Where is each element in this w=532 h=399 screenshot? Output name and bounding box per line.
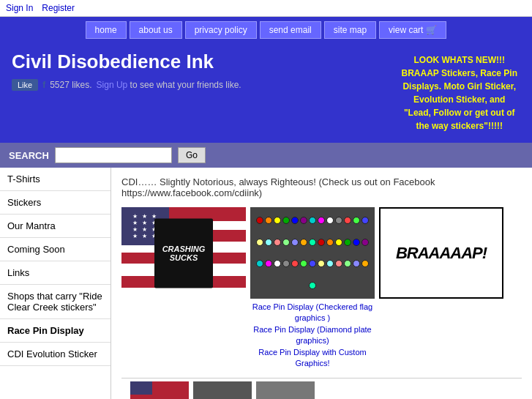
news-box: LOOK WHATS NEW!!! BRAAAP Stickers, Race …	[398, 51, 520, 135]
likes-count: 5527 likes.	[50, 80, 91, 90]
pin-display-image	[250, 207, 375, 299]
pin-dot	[344, 239, 351, 246]
braap-label: BRAAAAAP!	[396, 244, 487, 263]
like-button[interactable]: Like	[12, 79, 38, 91]
signup-link[interactable]: Sign Up	[97, 80, 128, 90]
header: Civil Disobedience Ink Like f 5527 likes…	[0, 43, 532, 143]
pin-dot	[361, 217, 369, 224]
pin-dot	[282, 239, 290, 246]
site-title: Civil Disobedience Ink	[12, 51, 241, 73]
pin-dot	[274, 217, 281, 224]
search-bar: SEARCH Go	[0, 143, 532, 168]
pin-dot	[291, 239, 299, 246]
pin-dot	[353, 239, 360, 246]
nav-sitemap[interactable]: site map	[324, 21, 376, 39]
pin-dot	[265, 260, 272, 267]
sidebar-item-shops[interactable]: Shops that carry "Ride Clear Creek stick…	[0, 285, 110, 319]
pin-dot	[318, 217, 325, 224]
pin-dot	[326, 260, 334, 267]
nav-privacy[interactable]: privacy policy	[185, 21, 257, 39]
pin-dot	[291, 217, 299, 224]
pin-dot	[309, 282, 316, 289]
pin-dot	[309, 260, 316, 267]
pin-display-caption: Race Pin Display (Checkered flag graphic…	[250, 302, 375, 369]
pin-dot	[309, 239, 316, 246]
cart-icon: 🛒	[426, 25, 437, 35]
pin-dot	[256, 260, 263, 267]
pin-dot	[300, 260, 307, 267]
top-bar: Sign In Register	[0, 0, 532, 17]
tshirt-text: CRASHINGSUCKS	[162, 245, 206, 262]
bottom-thumb-1	[130, 381, 189, 399]
pin-dot	[274, 239, 281, 246]
nav-cart[interactable]: view cart 🛒	[379, 21, 446, 39]
sidebar-item-tshirts[interactable]: T-Shirts	[0, 168, 110, 191]
braap-image: BRAAAAAP!	[379, 207, 503, 299]
pin-dot	[300, 239, 307, 246]
nav-home[interactable]: home	[86, 21, 127, 39]
search-input[interactable]	[55, 147, 172, 163]
sidebar-item-links[interactable]: Links	[0, 261, 110, 285]
pin-dot	[291, 260, 299, 267]
fb-icon: f	[42, 80, 45, 90]
nav-email[interactable]: send email	[260, 21, 321, 39]
bottom-thumb-3	[256, 381, 315, 399]
content-area: CDI…… Slightly Notorious, always Righteo…	[111, 168, 532, 399]
main-layout: T-Shirts Stickers Our Mantra Coming Soon…	[0, 168, 532, 399]
pin-dot	[344, 260, 351, 267]
pin-link-checkered[interactable]: Race Pin Display (Checkered flag graphic…	[252, 302, 372, 322]
pin-link-custom[interactable]: Race Pin Display with Custom Graphics!	[258, 348, 366, 368]
sidebar-item-racepin[interactable]: Race Pin Display	[0, 319, 110, 343]
sidebar-item-mantra[interactable]: Our Mantra	[0, 215, 110, 238]
pin-dot	[335, 260, 342, 267]
search-button[interactable]: Go	[178, 147, 206, 163]
sidebar: T-Shirts Stickers Our Mantra Coming Soon…	[0, 168, 111, 399]
tshirt-image: ★ ★ ★★ ★ ★★ ★ ★★ ★ ★ CRASHINGSUCKS	[121, 207, 246, 299]
pin-dot	[300, 217, 307, 224]
pin-dot	[282, 260, 290, 267]
nav-about[interactable]: about us	[130, 21, 182, 39]
pin-dot	[274, 260, 281, 267]
pin-dot	[265, 239, 272, 246]
pin-dot	[335, 217, 342, 224]
pin-dot	[353, 260, 360, 267]
pin-dot	[256, 217, 263, 224]
register-link[interactable]: Register	[42, 3, 75, 13]
bottom-thumb-2	[193, 381, 252, 399]
sidebar-item-stickers[interactable]: Stickers	[0, 191, 110, 215]
product-tshirt: ★ ★ ★★ ★ ★★ ★ ★★ ★ ★ CRASHINGSUCKS	[121, 207, 246, 369]
pin-dot	[344, 217, 351, 224]
search-label: SEARCH	[9, 150, 49, 161]
tshirt-overlay: CRASHINGSUCKS	[154, 218, 213, 288]
sidebar-item-evo[interactable]: CDI Evolution Sticker	[0, 343, 110, 366]
pin-dot	[353, 217, 360, 224]
pin-dot	[335, 239, 342, 246]
pin-dot	[265, 217, 272, 224]
nav-bar: home about us privacy policy send email …	[0, 17, 532, 43]
product-braap: BRAAAAAP!	[379, 207, 503, 369]
pin-dot	[326, 217, 334, 224]
sidebar-item-coming[interactable]: Coming Soon	[0, 238, 110, 261]
pin-link-diamond[interactable]: Race Pin Display (Diamond plate graphics…	[253, 325, 371, 345]
pin-dot	[282, 217, 290, 224]
pin-dot	[318, 239, 325, 246]
signin-link[interactable]: Sign In	[6, 3, 33, 13]
bottom-strip	[121, 378, 522, 399]
pin-dot	[318, 260, 325, 267]
pin-dot	[309, 217, 316, 224]
pin-dot	[256, 239, 263, 246]
product-pins: Race Pin Display (Checkered flag graphic…	[250, 207, 375, 369]
like-bar: Like f 5527 likes. Sign Up to see what y…	[12, 79, 241, 91]
pin-dot	[361, 260, 369, 267]
pin-dot	[361, 239, 369, 246]
tagline: CDI…… Slightly Notorious, always Righteo…	[121, 176, 522, 198]
pin-dot	[326, 239, 334, 246]
likes-suffix: Sign Up to see what your friends like.	[97, 80, 241, 90]
product-grid: ★ ★ ★★ ★ ★★ ★ ★★ ★ ★ CRASHINGSUCKS Race …	[121, 207, 522, 369]
